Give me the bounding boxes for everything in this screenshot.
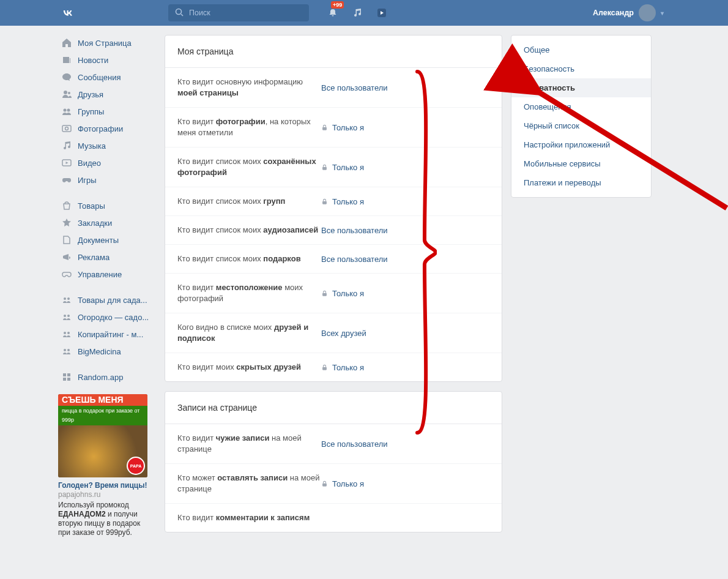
ads-icon (62, 252, 78, 262)
setting-value-text: Только я (332, 123, 364, 132)
lock-icon (321, 124, 329, 131)
ad-strip: СЪЕШЬ МЕНЯ (58, 394, 147, 406)
setting-value[interactable]: Все пользователи (321, 226, 388, 235)
bookmark-icon (62, 218, 78, 228)
setting-row[interactable]: Кто видит местоположение моих фотографий… (165, 274, 502, 313)
vk-logo[interactable] (58, 5, 78, 21)
settings-panel: Записи на страницеКто видит чужие записи… (165, 391, 502, 532)
nav-item[interactable]: BigMedicina (58, 343, 156, 360)
nav-item[interactable]: Управление (58, 266, 156, 283)
nav-item-label: Управление (78, 270, 122, 279)
setting-question: Кто видит комментарии к записям (177, 512, 321, 523)
setting-question: Кто видит основную информацию моей стран… (177, 77, 321, 99)
setting-question: Кто видит список моих сохранённых фотогр… (177, 156, 321, 178)
nav-item[interactable]: Random.app (58, 368, 156, 386)
settings-tab[interactable]: Общее (511, 40, 651, 59)
setting-row[interactable]: Кто видит список моих сохранённых фотогр… (165, 148, 502, 187)
nav-item-label: Товары (78, 201, 105, 211)
music-icon[interactable] (352, 7, 363, 18)
setting-value[interactable]: Все пользователи (321, 83, 388, 92)
settings-panel: Моя страницаКто видит основную информаци… (165, 35, 502, 382)
setting-row[interactable]: Кто видит список моих группТолько я (165, 187, 502, 216)
nav-item[interactable]: Закладки (58, 214, 156, 231)
lock-icon (321, 164, 329, 171)
nav-item[interactable]: Реклама (58, 248, 156, 266)
games-icon (62, 175, 78, 185)
settings-tab[interactable]: Платежи и переводы (511, 173, 651, 192)
settings-tab[interactable]: Чёрный список (511, 116, 651, 135)
setting-row[interactable]: Кто видит список моих аудиозаписейВсе по… (165, 216, 502, 245)
settings-tab[interactable]: Безопасность (511, 59, 651, 78)
nav-item[interactable]: Игры (58, 171, 156, 189)
notifications-bell-icon[interactable]: +99 (327, 7, 338, 18)
nav-item[interactable]: Музыка (58, 137, 156, 154)
setting-value[interactable]: Все пользователи (321, 255, 388, 264)
nav-item[interactable]: Сообщения (58, 69, 156, 86)
sidebar-ad[interactable]: СЪЕШЬ МЕНЯ пицца в подарок при заказе от… (58, 394, 147, 537)
nav-item-label: Игры (78, 176, 97, 185)
setting-question: Кто видит местоположение моих фотографий (177, 282, 321, 304)
setting-row[interactable]: Кто видит список моих подарковВсе пользо… (165, 245, 502, 274)
setting-question: Кто видит моих скрытых друзей (177, 362, 321, 373)
setting-question: Кто видит список моих подарков (177, 253, 321, 264)
search-input[interactable] (189, 9, 303, 17)
friends-icon (62, 89, 78, 99)
setting-value[interactable]: Только я (321, 163, 364, 172)
setting-row[interactable]: Кто видит чужие записи на моей страницеВ… (165, 424, 502, 464)
nav-item-label: Друзья (78, 90, 103, 99)
video-icon (62, 158, 78, 168)
market-icon (62, 201, 78, 211)
settings-tab[interactable]: Настройки приложений (511, 135, 651, 154)
nav-item-label: Новости (78, 56, 108, 65)
chevron-down-icon: ▾ (661, 10, 664, 17)
nav-item-label: Random.app (78, 373, 123, 382)
ad-title: Голоден? Время пиццы! (58, 481, 147, 490)
setting-value[interactable]: Все пользователи (321, 439, 388, 449)
setting-question: Кто может оставлять записи на моей стран… (177, 473, 321, 495)
nav-item-label: Музыка (78, 141, 106, 151)
nav-item-label: Сообщения (78, 73, 121, 82)
setting-value[interactable]: Только я (321, 289, 364, 298)
lock-icon (321, 198, 329, 205)
nav-item[interactable]: Видео (58, 154, 156, 171)
settings-tab[interactable]: Мобильные сервисы (511, 154, 651, 173)
nav-item[interactable]: Документы (58, 231, 156, 248)
nav-item[interactable]: Моя Страница (58, 34, 156, 51)
community-icon (62, 346, 78, 356)
settings-content: Моя страницаКто видит основную информаци… (165, 26, 502, 537)
setting-value[interactable]: Всех друзей (321, 329, 366, 338)
nav-item[interactable]: Группы (58, 103, 156, 120)
nav-item[interactable]: Новости (58, 51, 156, 69)
nav-item[interactable]: Огородко — садо... (58, 308, 156, 326)
nav-item[interactable]: Товары для сада... (58, 291, 156, 308)
community-icon (62, 329, 78, 339)
setting-value[interactable]: Только я (321, 363, 364, 372)
setting-value[interactable]: Только я (321, 479, 364, 488)
video-play-icon[interactable] (376, 7, 387, 18)
settings-tab[interactable]: Приватность (511, 78, 651, 97)
setting-row[interactable]: Кто видит основную информацию моей стран… (165, 68, 502, 108)
nav-item[interactable]: Товары (58, 197, 156, 214)
nav-item[interactable]: Фотографии (58, 120, 156, 137)
nav-item-label: Закладки (78, 219, 112, 228)
nav-item-label: Моя Страница (78, 39, 132, 48)
nav-item-label: Группы (78, 107, 104, 116)
setting-value[interactable]: Только я (321, 197, 364, 206)
setting-row[interactable]: Кто видит фотографии, на которых меня от… (165, 108, 502, 148)
user-menu[interactable]: Александр ▾ (593, 4, 670, 21)
setting-row[interactable]: Кто видит моих скрытых друзейТолько я (165, 353, 502, 381)
setting-question: Кто видит список моих аудиозаписей (177, 225, 321, 236)
search-box[interactable] (168, 4, 309, 21)
setting-row[interactable]: Кто может оставлять записи на моей стран… (165, 464, 502, 504)
setting-value[interactable]: Только я (321, 123, 364, 132)
nav-item[interactable]: Копирайтинг - м... (58, 326, 156, 343)
setting-row[interactable]: Кого видно в списке моих друзей и подпис… (165, 313, 502, 353)
nav-item-label: Документы (78, 236, 119, 245)
settings-tab[interactable]: Оповещения (511, 97, 651, 116)
nav-item[interactable]: Друзья (58, 86, 156, 103)
settings-right-nav: ОбщееБезопасностьПриватностьОповещенияЧё… (511, 26, 652, 537)
setting-value-text: Всех друзей (321, 329, 366, 338)
setting-row[interactable]: Кто видит комментарии к записям (165, 504, 502, 532)
setting-value-text: Все пользователи (321, 83, 388, 92)
nav-item-label: Огородко — садо... (78, 313, 149, 322)
